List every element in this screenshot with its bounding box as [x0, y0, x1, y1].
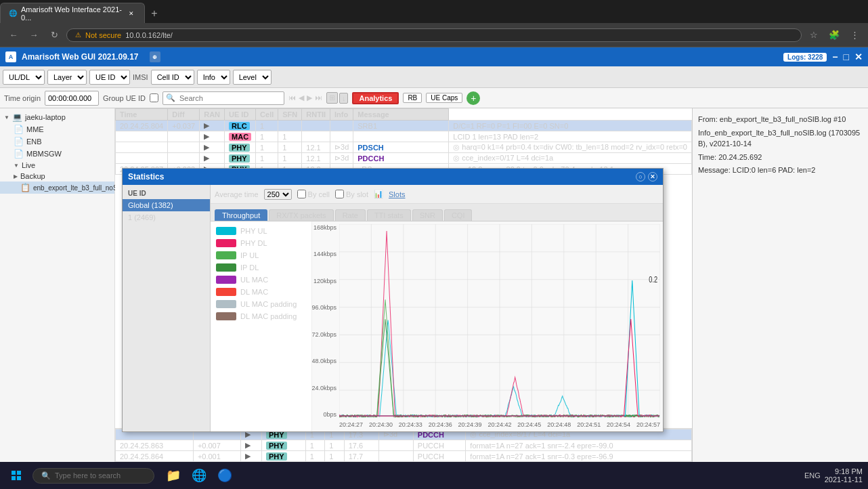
sidebar-section-live[interactable]: ▼ Live	[0, 160, 114, 171]
logs-badge: Logs: 3228	[783, 53, 827, 62]
main-toolbar: UL/DLULDL Layer UE ID IMSI Cell ID Info …	[0, 66, 868, 88]
extensions-button[interactable]: 🧩	[826, 27, 842, 43]
sidebar-item-enb[interactable]: 📄 ENB	[0, 135, 114, 148]
tab-rxtx[interactable]: RX/TX packets	[269, 209, 333, 221]
col-time[interactable]: Time	[116, 109, 168, 121]
back-button[interactable]: ←	[5, 27, 22, 43]
x-label: 20:24:30	[369, 421, 393, 428]
browser-tab-active[interactable]: 🌐 Amarisoft Web Interface 2021-0... ✕	[0, 3, 145, 23]
taskbar-search-input[interactable]	[55, 471, 143, 480]
col-ran[interactable]: RAN	[200, 109, 225, 121]
stats-close-btn[interactable]: ✕	[648, 172, 657, 182]
chart-icon[interactable]: 📊	[374, 190, 383, 198]
x-axis-labels: 20:24:2720:24:3020:24:3320:24:3620:24:39…	[339, 418, 660, 431]
stats-global-item[interactable]: Global (1382)	[123, 199, 210, 211]
new-tab-button[interactable]: +	[145, 4, 164, 23]
stats-main: Average time 250 By cell By slot 📊 Slots	[211, 185, 663, 431]
col-diff[interactable]: Diff	[168, 109, 200, 121]
table-row[interactable]: 20.24.25.864+0.001▶PHY1117.7PUCCHformat=…	[116, 451, 692, 462]
statistics-dialog: Statistics ○ ✕ UE ID Global (1382) 1 (24…	[122, 168, 664, 432]
sidebar-item-root[interactable]: ▼ 💻 jaeku-laptop	[0, 111, 114, 123]
taskbar-chrome[interactable]: 🌐	[187, 463, 211, 488]
ue-id-select[interactable]: UE ID	[89, 70, 130, 85]
fast-forward-icon[interactable]: ⏭	[315, 93, 322, 102]
layer-select[interactable]: Layer	[47, 70, 87, 85]
legend-label: IP DL	[240, 263, 259, 272]
legend-color-swatch	[216, 312, 236, 320]
expand-icon[interactable]: ⊕	[150, 51, 160, 62]
filter-icon[interactable]: ⊞	[326, 92, 338, 104]
maximize-icon[interactable]: □	[844, 51, 849, 62]
time-origin-input[interactable]: 00:00:00.000	[45, 91, 99, 106]
add-button[interactable]: +	[466, 91, 480, 105]
stats-ue1-item[interactable]: 1 (2469)	[123, 211, 210, 224]
by-slot-checkbox[interactable]	[335, 190, 344, 198]
analytics-button[interactable]: Analytics	[352, 92, 399, 104]
y-label: 24.0kbps	[312, 385, 337, 391]
by-cell-checkbox[interactable]	[297, 190, 306, 198]
col-cell[interactable]: Cell	[256, 109, 278, 121]
table-row[interactable]: ▶PHY1112.1⊳3dPDSCH◎ harq=0 k1=4 prb=0.4 …	[116, 142, 692, 153]
settings-button[interactable]: ⋮	[846, 27, 863, 43]
stats-minimize-btn[interactable]: ○	[636, 172, 645, 182]
taskbar-lang: ENG	[804, 471, 821, 480]
address-text: 10.0.0.162/lte/	[125, 31, 173, 39]
group-ue-checkbox[interactable]	[150, 93, 158, 102]
level-select[interactable]: Level	[233, 70, 272, 85]
bottom-log-table: ▶PHY1117.3⊳3dPDCCH◎ cce_index=8/17 L=4 d…	[115, 429, 692, 462]
tab-snr[interactable]: SNR	[412, 209, 443, 221]
tab-cqi[interactable]: CQI	[444, 209, 473, 221]
chart-svg: 0.2	[339, 224, 660, 418]
tab-tti[interactable]: TTI stats	[367, 209, 411, 221]
info-select[interactable]: Info	[197, 70, 230, 85]
sidebar-section-backup[interactable]: ▶ Backup	[0, 171, 114, 182]
col-rntii[interactable]: RNTII	[302, 109, 330, 121]
refresh-button[interactable]: ↻	[46, 27, 62, 43]
table-row[interactable]: ▶MAC11LCID 1 len=13 PAD len=2	[116, 131, 692, 142]
table-row[interactable]: ▶PHY1112.1⊳3dPDCCH◎ cce_index=0/17 L=4 d…	[116, 153, 692, 164]
sidebar-item-mbmsgw[interactable]: 📄 MBMSGW	[0, 148, 114, 160]
col-message[interactable]: Message	[353, 109, 449, 121]
sidebar-item-mme[interactable]: 📄 MME	[0, 123, 114, 135]
col-info[interactable]: Info	[330, 109, 353, 121]
avg-time-select[interactable]: 250	[264, 189, 292, 200]
ue-caps-button[interactable]: UE Caps	[426, 93, 462, 103]
back-step-icon[interactable]: ◀	[299, 93, 304, 102]
y-label: 0bps	[323, 411, 337, 418]
tree-arrow-backup: ▶	[14, 173, 18, 179]
start-button[interactable]	[3, 462, 30, 489]
taskbar-file-explorer[interactable]: 📁	[161, 463, 186, 488]
tab-rate[interactable]: Rate	[335, 209, 366, 221]
rewind-icon[interactable]: ⏮	[288, 93, 296, 102]
taskbar-search[interactable]: 🔍	[32, 468, 154, 484]
table-row[interactable]: 20.24.25.804+0.037▶RLC1SRB1D/C=1 RF=0 P=…	[116, 121, 692, 131]
taskbar-left: 🔍 📁 🌐 🔵	[0, 462, 237, 489]
rb-button[interactable]: RB	[403, 93, 422, 103]
star-button[interactable]: ☆	[806, 27, 822, 43]
col-sfn[interactable]: SFN	[278, 109, 302, 121]
table-row[interactable]: 20.24.25.863+0.007▶PHY1117.6PUCCHformat=…	[116, 440, 692, 451]
chart-area: PHY ULPHY DLIP ULIP DLUL MACDL MACUL MAC…	[211, 221, 663, 431]
forward-button[interactable]: →	[26, 27, 42, 43]
mme-icon: 📄	[14, 125, 24, 134]
export-icon[interactable]: ↓	[339, 93, 349, 104]
y-label: 72.0kbps	[312, 331, 337, 338]
sidebar-item-logfile[interactable]: 📋 enb_export_lte_b3_full_noSIB.log ✓	[0, 182, 114, 194]
address-bar[interactable]: ⚠ Not secure 10.0.0.162/lte/	[66, 28, 802, 42]
close-icon[interactable]: ✕	[854, 51, 863, 62]
search-input[interactable]	[178, 94, 259, 102]
x-label: 20:24:45	[517, 421, 541, 428]
legend-item: DL MAC	[216, 288, 306, 296]
taskbar-edge[interactable]: 🔵	[213, 463, 237, 488]
ul-dl-select[interactable]: UL/DLULDL	[3, 70, 45, 85]
by-cell-label: By cell	[297, 190, 330, 198]
forward-step-icon[interactable]: ▶	[307, 93, 312, 102]
computer-icon: 💻	[12, 112, 22, 122]
minimize-icon[interactable]: −	[832, 51, 838, 62]
col-ueid[interactable]: UE ID	[225, 109, 256, 121]
stats-title-bar: Statistics ○ ✕	[123, 169, 663, 185]
tab-close-btn[interactable]: ✕	[127, 9, 136, 18]
taskbar-app-icons: 📁 🌐 🔵	[161, 463, 237, 488]
tab-throughput[interactable]: Throughput	[215, 209, 267, 221]
cell-id-select[interactable]: Cell ID	[151, 70, 194, 85]
